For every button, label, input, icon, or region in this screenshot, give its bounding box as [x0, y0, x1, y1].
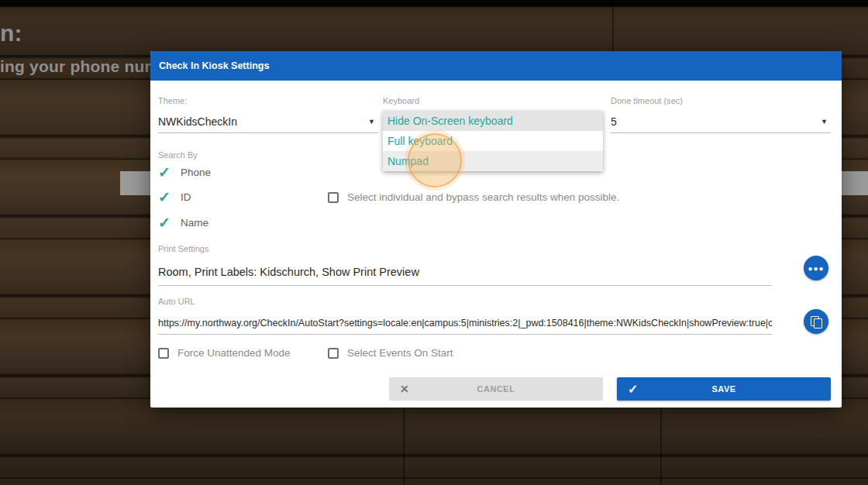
keyboard-dropdown: Hide On-Screen keyboard Full keyboard Nu…	[383, 111, 603, 171]
copy-url-button[interactable]	[804, 309, 828, 334]
search-by-id[interactable]: ✓ ID	[158, 190, 191, 205]
checkin-kiosk-settings-dialog: Check In Kiosk Settings Theme: NWKidsChe…	[150, 51, 842, 408]
search-by-id-label: ID	[181, 191, 191, 203]
auto-url-value: https://my.northway.org/CheckIn/AutoStar…	[158, 318, 772, 334]
keyboard-option-full-keyboard[interactable]: Full keyboard	[383, 131, 603, 151]
auto-url-label: Auto URL	[158, 297, 195, 306]
select-events-checkbox[interactable]	[328, 348, 339, 359]
caret-down-icon: ▼	[368, 118, 375, 126]
print-settings-more-button[interactable]: ●●●	[804, 256, 828, 280]
select-events-label: Select Events On Start	[347, 347, 453, 359]
check-icon: ✓	[158, 165, 170, 180]
check-icon: ✓	[158, 215, 170, 230]
keyboard-option-numpad[interactable]: Numpad	[383, 151, 603, 171]
done-timeout-label: Done timeout (sec)	[611, 96, 683, 105]
force-unattended-label: Force Unattended Mode	[177, 347, 291, 359]
copy-icon	[811, 316, 822, 328]
select-events-checkbox-row[interactable]: Select Events On Start	[328, 347, 453, 359]
check-icon: ✓	[628, 382, 639, 397]
bypass-search-label: Select individual and bypass search resu…	[347, 191, 619, 203]
cancel-button-label: CANCEL	[477, 384, 515, 394]
more-icon: ●●●	[808, 264, 824, 273]
search-by-name[interactable]: ✓ Name	[158, 215, 208, 230]
theme-select[interactable]: NWKidsCheckIn ▼	[158, 110, 378, 133]
wood-seam	[660, 408, 662, 485]
print-settings-value: Room, Print Labels: Kidschurch, Show Pri…	[158, 266, 419, 285]
force-unattended-checkbox[interactable]	[158, 348, 169, 359]
search-by-label: Search By	[158, 150, 198, 160]
wood-seam	[403, 408, 405, 485]
wood-seam	[612, 0, 614, 51]
theme-value: NWKidsCheckIn	[158, 115, 237, 128]
save-button[interactable]: ✓ SAVE	[617, 377, 831, 401]
screen: n: ing your phone number Check In Kiosk …	[0, 0, 868, 485]
bypass-search-checkbox-row[interactable]: Select individual and bypass search resu…	[328, 191, 619, 203]
theme-label: Theme:	[158, 96, 187, 105]
check-icon: ✓	[158, 190, 170, 205]
print-settings-row[interactable]: Room, Print Labels: Kidschurch, Show Pri…	[158, 258, 772, 286]
print-settings-label: Print Settings	[158, 244, 208, 253]
done-timeout-select[interactable]: 5 ▼	[611, 110, 831, 133]
background-heading-fragment: n:	[0, 20, 22, 46]
done-timeout-value: 5	[611, 115, 617, 128]
keyboard-label: Keyboard	[383, 96, 419, 105]
save-button-label: SAVE	[711, 384, 735, 394]
auto-url-row: https://my.northway.org/CheckIn/AutoStar…	[158, 311, 772, 335]
bypass-search-checkbox[interactable]	[328, 192, 339, 203]
dialog-title: Check In Kiosk Settings	[150, 51, 842, 81]
search-by-phone-label: Phone	[181, 167, 211, 178]
caret-down-icon: ▼	[821, 118, 828, 126]
search-by-name-label: Name	[181, 217, 208, 229]
close-icon: ✕	[400, 383, 409, 395]
force-unattended-checkbox-row[interactable]: Force Unattended Mode	[158, 347, 291, 359]
search-by-phone[interactable]: ✓ Phone	[158, 165, 211, 180]
keyboard-option-hide-onscreen[interactable]: Hide On-Screen keyboard	[383, 111, 603, 131]
cancel-button[interactable]: ✕ CANCEL	[389, 377, 603, 401]
